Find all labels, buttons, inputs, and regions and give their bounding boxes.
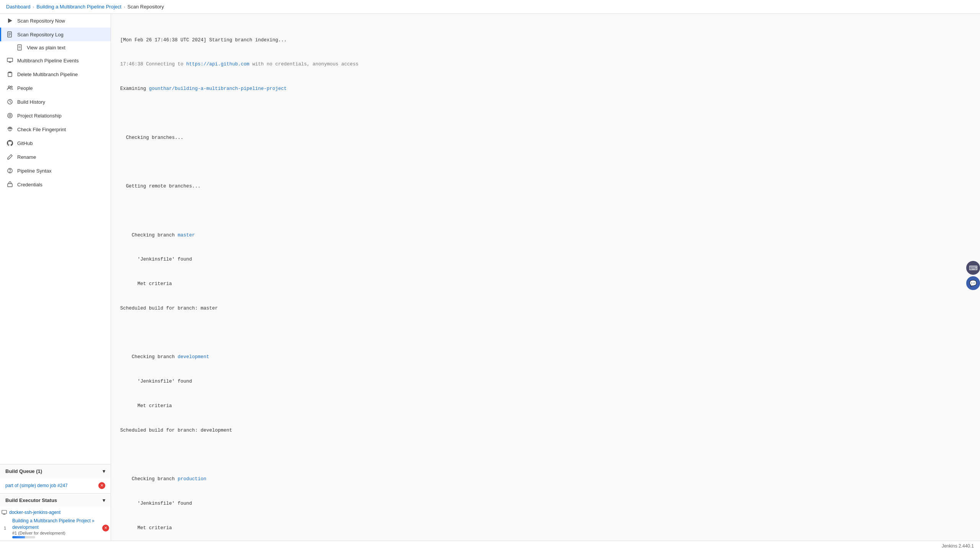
log-line-13: Checking branch production	[120, 475, 971, 483]
cancel-job-button[interactable]	[102, 525, 109, 531]
sidebar-label-rename: Rename	[17, 154, 36, 160]
svg-rect-4	[18, 45, 21, 50]
breadcrumb-pipeline[interactable]: Building a Multibranch Pipeline Project	[36, 4, 121, 10]
sidebar-item-people[interactable]: People	[0, 81, 111, 95]
breadcrumb: Dashboard › Building a Multibranch Pipel…	[0, 0, 980, 14]
sidebar-label-credentials: Credentials	[17, 182, 42, 187]
log-blank-3	[120, 207, 971, 215]
github-icon	[7, 140, 13, 147]
log-area: [Mon Feb 26 17:46:38 UTC 2024] Starting …	[111, 14, 980, 541]
log-line-2: Examining gounthar/building-a-multibranc…	[120, 85, 971, 93]
log-line-12: Scheduled build for branch: development	[120, 427, 971, 435]
circle-icon	[7, 112, 13, 119]
job-link[interactable]: Building a Multibranch Pipeline Project …	[12, 518, 100, 531]
log-line-5: Checking branch master	[120, 231, 971, 240]
breadcrumb-sep-1: ›	[33, 5, 34, 9]
sidebar-item-scan-log[interactable]: Scan Repository Log	[0, 28, 111, 41]
sidebar-label-multibranch-events: Multibranch Pipeline Events	[17, 58, 78, 64]
log-line-9: Checking branch development	[120, 353, 971, 361]
sidebar-label-check-fingerprint: Check File Fingerprint	[17, 127, 66, 132]
log-line-7: Met criteria	[120, 280, 971, 288]
svg-rect-7	[7, 58, 13, 62]
fingerprint-icon	[7, 126, 13, 133]
sidebar-item-build-history[interactable]: Build History	[0, 95, 111, 109]
log-muted-2: with no credentials, anonymous access	[250, 62, 359, 67]
main-content: [Mon Feb 26 17:46:38 UTC 2024] Starting …	[111, 14, 980, 541]
executor-status-header[interactable]: Build Executor Status ▾	[0, 494, 111, 507]
sidebar-item-delete-pipeline[interactable]: Delete Multibranch Pipeline	[0, 67, 111, 81]
build-queue-content: part of (simple) demo job #247	[0, 478, 111, 493]
development-branch-link[interactable]: development	[178, 354, 209, 360]
master-branch-link[interactable]: master	[178, 233, 195, 238]
log-line-0: [Mon Feb 26 17:46:38 UTC 2024] Starting …	[120, 36, 971, 44]
sidebar-item-pipeline-syntax[interactable]: Pipeline Syntax	[0, 164, 111, 178]
production-branch-link[interactable]: production	[178, 476, 206, 482]
sidebar-item-project-relationship[interactable]: Project Relationship	[0, 109, 111, 122]
build-queue-section: Build Queue (1) ▾ part of (simple) demo …	[0, 464, 111, 493]
footer: Jenkins 2.440.1	[0, 541, 980, 551]
svg-point-15	[9, 115, 11, 117]
executor-status-chevron: ▾	[103, 497, 105, 503]
sidebar-item-github[interactable]: GitHub	[0, 136, 111, 150]
build-queue-chevron: ▾	[103, 468, 105, 474]
sidebar-label-project-relationship: Project Relationship	[17, 113, 62, 119]
sidebar-label-delete-pipeline: Delete Multibranch Pipeline	[17, 72, 78, 77]
build-queue-header[interactable]: Build Queue (1) ▾	[0, 465, 111, 478]
chat-button[interactable]: 💬	[966, 276, 980, 290]
sidebar-item-rename[interactable]: Rename	[0, 150, 111, 164]
executor-status-content: docker-ssh-jenkins-agent 1 Building a Mu…	[0, 507, 111, 541]
sidebar-label-build-history: Build History	[17, 99, 45, 105]
log-line-8: Scheduled build for branch: master	[120, 305, 971, 313]
log-line-4: Getting remote branches...	[120, 183, 971, 191]
people-icon	[7, 85, 13, 91]
float-buttons: ⌨ 💬	[966, 261, 980, 290]
translate-button[interactable]: ⌨	[966, 261, 980, 275]
breadcrumb-current: Scan Repository	[127, 4, 164, 10]
log-line-3: Checking branches...	[120, 134, 971, 142]
executor-status-title: Build Executor Status	[5, 497, 57, 503]
repo-link[interactable]: gounthar/building-a-multibranch-pipeline…	[149, 86, 287, 91]
log-line-14: 'Jenkinsfile' found	[120, 500, 971, 508]
sidebar-item-scan-now[interactable]: Scan Repository Now	[0, 14, 111, 28]
log-blank-1	[120, 109, 971, 117]
sidebar-item-check-fingerprint[interactable]: Check File Fingerprint	[0, 122, 111, 136]
job-link-block: Building a Multibranch Pipeline Project …	[12, 518, 100, 538]
credentials-icon	[7, 181, 13, 188]
sidebar-item-multibranch-events[interactable]: Multibranch Pipeline Events	[0, 54, 111, 67]
svg-rect-18	[8, 184, 12, 187]
sidebar-nav: Scan Repository Now Scan Repository Log …	[0, 14, 111, 464]
queue-item-link[interactable]: part of (simple) demo job #247	[5, 483, 68, 488]
executor-agent-name: docker-ssh-jenkins-agent	[9, 510, 60, 515]
pencil-icon	[7, 153, 13, 160]
job-number: 1	[4, 526, 10, 530]
job-progress-bar	[12, 536, 35, 538]
svg-point-12	[11, 86, 12, 88]
clock-icon	[7, 98, 13, 105]
log-blank-4	[120, 329, 971, 337]
jenkins-version: Jenkins 2.440.1	[942, 543, 974, 549]
play-icon	[7, 17, 13, 24]
sidebar-label-scan-now: Scan Repository Now	[17, 18, 65, 24]
svg-rect-19	[2, 510, 7, 514]
monitor-icon	[7, 57, 13, 64]
queue-item-1: part of (simple) demo job #247	[4, 480, 107, 491]
sidebar-label-view-plain: View as plain text	[27, 45, 65, 51]
executor-agent-link[interactable]: docker-ssh-jenkins-agent	[2, 509, 109, 516]
github-api-link[interactable]: https://api.github.com	[186, 62, 250, 67]
sidebar: Scan Repository Now Scan Repository Log …	[0, 14, 111, 541]
cancel-queue-item-button[interactable]	[98, 482, 105, 489]
file-icon	[7, 31, 13, 38]
log-line-10: 'Jenkinsfile' found	[120, 378, 971, 386]
log-line-15: Met criteria	[120, 524, 971, 532]
sidebar-item-view-plain[interactable]: View as plain text	[0, 41, 111, 54]
sidebar-label-scan-log: Scan Repository Log	[17, 32, 64, 37]
build-queue-title: Build Queue (1)	[5, 468, 42, 474]
sidebar-item-credentials[interactable]: Credentials	[0, 178, 111, 191]
log-blank-5	[120, 451, 971, 459]
svg-point-11	[8, 86, 10, 88]
sidebar-label-people: People	[17, 85, 33, 91]
breadcrumb-dashboard[interactable]: Dashboard	[6, 4, 31, 10]
svg-point-14	[8, 113, 12, 118]
question-icon	[7, 167, 13, 174]
doc-icon	[17, 44, 23, 51]
